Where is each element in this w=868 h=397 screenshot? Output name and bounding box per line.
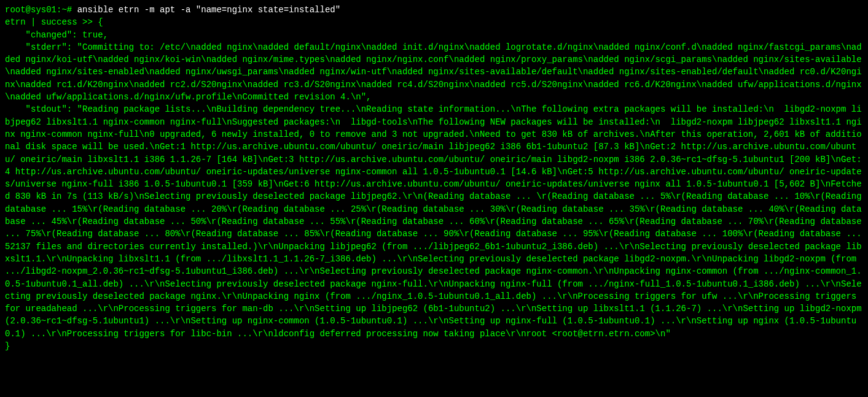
- terminal-window[interactable]: root@sys01:~# ansible etrn -m apt -a "na…: [5, 4, 863, 352]
- prompt-path: :~#: [57, 5, 72, 15]
- output-line-3: "stderr": "Committing to: /etc/\nadded n…: [5, 42, 862, 102]
- command-text: ansible etrn -m apt -a "name=nginx state…: [72, 5, 340, 15]
- output-line-2: "changed": true,: [5, 30, 108, 40]
- output-line-1: etrn | success >> {: [5, 17, 103, 27]
- prompt-user-host: root@sys01: [5, 5, 57, 15]
- output-line-4: "stdout": "Reading package lists...\nBui…: [5, 104, 867, 338]
- output-line-5: }: [5, 341, 10, 351]
